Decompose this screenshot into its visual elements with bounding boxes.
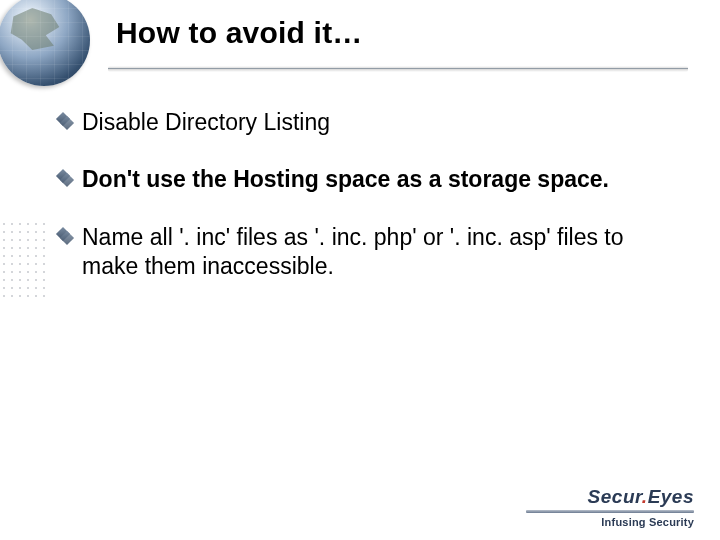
dots-decoration xyxy=(0,220,50,300)
slide: How to avoid it… Disable Directory Listi… xyxy=(0,0,720,540)
bullet-text: Don't use the Hosting space as a storage… xyxy=(82,165,680,194)
brand-divider xyxy=(526,510,694,513)
bullet-item: Name all '. inc' files as '. inc. php' o… xyxy=(58,223,680,282)
diamond-bullet-icon xyxy=(58,229,74,245)
brand-name: Secur.Eyes xyxy=(526,486,694,508)
brand-part-1: Secur xyxy=(588,486,642,507)
slide-body: Disable Directory Listing Don't use the … xyxy=(58,108,680,310)
brand-tagline: Infusing Security xyxy=(526,516,694,528)
footer-logo: Secur.Eyes Infusing Security xyxy=(526,486,694,528)
bullet-text: Disable Directory Listing xyxy=(82,108,680,137)
globe-icon xyxy=(0,0,102,100)
brand-part-2: Eyes xyxy=(648,486,694,507)
diamond-bullet-icon xyxy=(58,171,74,187)
diamond-bullet-icon xyxy=(58,114,74,130)
bullet-item: Disable Directory Listing xyxy=(58,108,680,137)
bullet-item: Don't use the Hosting space as a storage… xyxy=(58,165,680,194)
slide-title: How to avoid it… xyxy=(116,16,363,50)
slide-header: How to avoid it… xyxy=(0,0,720,82)
header-divider xyxy=(108,66,688,72)
bullet-text: Name all '. inc' files as '. inc. php' o… xyxy=(82,223,680,282)
